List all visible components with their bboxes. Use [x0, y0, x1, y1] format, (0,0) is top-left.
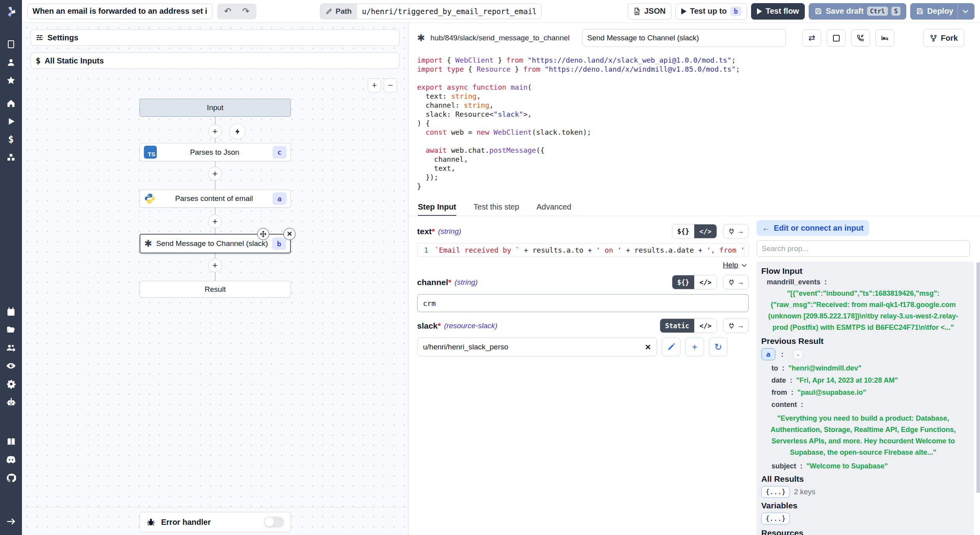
flow-node-input[interactable]: Input	[140, 99, 291, 117]
error-handler-bar[interactable]: Error handler	[140, 512, 291, 532]
move-node-handle[interactable]	[257, 228, 269, 240]
add-step-button[interactable]: +	[208, 258, 222, 272]
tab-advanced[interactable]: Advanced	[536, 199, 571, 216]
deploy-button[interactable]: Deploy	[910, 3, 975, 20]
canvas-zoom-controls: + −	[368, 78, 397, 92]
close-icon: ✕	[287, 230, 292, 238]
add-step-button[interactable]: +	[208, 167, 222, 181]
flow-settings-bar[interactable]: Settings	[31, 29, 399, 46]
add-resource-button[interactable]: +	[685, 338, 704, 356]
edit-or-connect-button[interactable]: ← Edit or connect an input	[757, 220, 869, 236]
flow-input-value[interactable]: "[{"event":"inbound","ts":1683819426,"ms…	[761, 288, 965, 333]
path-value: u/henri/triggered_by_email_report_email	[357, 4, 541, 19]
runs-play-icon[interactable]	[0, 112, 22, 130]
zoom-out-button[interactable]: −	[384, 78, 397, 92]
prev-result-value-from[interactable]: "paul@supabase.io"	[797, 389, 866, 396]
connect-input-button[interactable]: →	[723, 318, 749, 333]
code-line: slack: Resource<"slack">,	[417, 110, 980, 119]
sleep-button[interactable]	[875, 29, 894, 47]
undo-button[interactable]: ↶	[219, 5, 237, 18]
folders-icon[interactable]	[0, 321, 22, 339]
flow-input-key-row[interactable]: mandrill_events:	[767, 278, 969, 286]
prev-result-value-subject[interactable]: "Welcome to Supabase"	[806, 462, 888, 470]
windmill-logo-icon[interactable]	[5, 5, 17, 20]
text-expression-editor[interactable]: 1 `Email received by ` + results.a.to + …	[417, 243, 749, 257]
prev-result-field-content[interactable]: content:	[771, 401, 969, 409]
zoom-in-button[interactable]: +	[368, 78, 381, 92]
clear-resource-icon[interactable]: ✕	[645, 343, 651, 352]
channel-value-input[interactable]	[417, 294, 749, 312]
suspend-button[interactable]	[851, 29, 870, 47]
static-mode-button[interactable]: Static	[660, 319, 694, 333]
groups-icon[interactable]	[0, 339, 22, 357]
workspace-icon[interactable]	[0, 35, 22, 53]
collapse-sidebar-arrow-icon[interactable]	[0, 512, 22, 530]
prev-result-value-date[interactable]: "Fri, Apr 14, 2023 at 10:28 AM"	[796, 376, 898, 384]
audit-logs-eye-icon[interactable]	[0, 357, 22, 375]
prev-result-value-content[interactable]: "Everything you need to build a product:…	[761, 413, 965, 458]
workers-robot-icon[interactable]	[0, 393, 22, 411]
windmill-flow-editor: $	[0, 0, 980, 535]
code-editor[interactable]: import { WebClient } from "https://deno.…	[408, 53, 980, 199]
test-up-to-button[interactable]: Test up to b	[675, 3, 747, 20]
connect-input-button[interactable]: →	[723, 275, 749, 289]
prev-result-field-to[interactable]: to:"henri@windmill.dev"	[771, 364, 969, 372]
slack-resource-picker[interactable]: u/henri/henri_slack_perso ✕	[417, 338, 657, 356]
prev-result-key-badge[interactable]: a	[761, 348, 775, 360]
prev-result-field-date[interactable]: date:"Fri, Apr 14, 2023 at 10:28 AM"	[771, 376, 969, 385]
variables-object-chip[interactable]: {...}	[761, 513, 790, 524]
favorites-star-icon[interactable]	[0, 71, 22, 89]
user-icon[interactable]	[0, 53, 22, 71]
early-stop-button[interactable]	[827, 29, 846, 47]
all-static-inputs-bar[interactable]: $ All Static Inputs	[31, 52, 399, 69]
json-button[interactable]: JSON	[628, 3, 671, 20]
flow-node-parses-content-of-email[interactable]: Parses content of email a	[140, 190, 291, 208]
all-results-object-chip[interactable]: {...}	[761, 486, 790, 498]
javascript-mode-button[interactable]: </>	[694, 319, 717, 333]
prev-result-value-to[interactable]: "henri@windmill.dev"	[788, 364, 862, 372]
github-icon[interactable]	[0, 469, 22, 487]
save-draft-button[interactable]: Save draft Ctrl S	[809, 3, 906, 20]
test-flow-button[interactable]: Test flow	[751, 3, 805, 20]
flow-node-parses-to-json[interactable]: TS Parses to Json c	[140, 143, 291, 161]
tab-test-this-step[interactable]: Test this step	[474, 199, 519, 216]
javascript-mode-button[interactable]: </>	[694, 275, 717, 289]
delete-node-button[interactable]: ✕	[283, 228, 296, 240]
help-link[interactable]: Help	[723, 261, 738, 269]
step-summary-input[interactable]	[582, 29, 786, 47]
settings-gear-icon[interactable]	[0, 375, 22, 393]
code-line: text,	[417, 164, 980, 173]
variables-dollar-icon[interactable]: $	[0, 130, 22, 148]
prev-result-field-from[interactable]: from:"paul@supabase.io"	[771, 389, 969, 397]
docs-book-icon[interactable]	[0, 433, 22, 451]
add-step-button[interactable]: +	[208, 125, 222, 138]
tab-step-input[interactable]: Step Input	[418, 199, 456, 216]
error-handler-toggle[interactable]	[264, 517, 284, 528]
refresh-resource-button[interactable]: ↻	[709, 338, 728, 356]
retry-settings-button[interactable]: ⇄	[802, 29, 821, 47]
prev-result-field-subject[interactable]: subject:"Welcome to Supabase"	[771, 462, 969, 470]
trigger-bolt-button[interactable]	[229, 123, 245, 139]
collapse-badge[interactable]: -	[793, 350, 803, 360]
schedules-calendar-icon[interactable]	[0, 303, 22, 321]
redo-button[interactable]: ↷	[237, 5, 255, 18]
resources-cubes-icon[interactable]	[0, 148, 22, 166]
discord-icon[interactable]	[0, 451, 22, 469]
home-icon[interactable]	[0, 94, 22, 112]
chevron-down-icon[interactable]	[741, 264, 747, 267]
code-line: await web.chat.postMessage({	[417, 146, 980, 155]
connect-input-button[interactable]: →	[723, 224, 749, 239]
path-chip[interactable]: Path u/henri/triggered_by_email_report_e…	[320, 4, 542, 19]
fork-button[interactable]: Fork	[923, 29, 964, 47]
prop-search-input[interactable]	[757, 240, 970, 257]
edit-resource-button[interactable]	[662, 338, 681, 356]
step-id-badge: a	[272, 192, 287, 205]
javascript-mode-button[interactable]: </>	[694, 224, 717, 238]
flow-name-input[interactable]	[27, 4, 212, 19]
chevron-down-icon[interactable]	[962, 9, 969, 13]
template-mode-button[interactable]: ${}	[672, 275, 695, 289]
add-step-button[interactable]: +	[208, 215, 222, 228]
template-mode-button[interactable]: ${}	[672, 224, 695, 238]
scrollbar-thumb[interactable]	[976, 262, 980, 493]
flow-node-result[interactable]: Result	[140, 281, 291, 298]
